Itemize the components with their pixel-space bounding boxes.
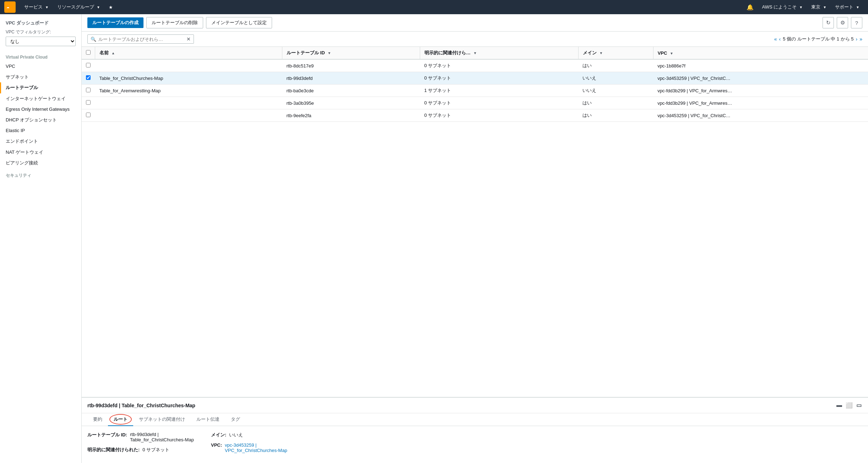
data-table-wrapper: 名前 ▲ ルートテーブル ID ▼ 明示的に関連付けら… ▼ (82, 47, 868, 397)
col-header-explicitly-associated[interactable]: 明示的に関連付けら… ▼ (420, 47, 579, 59)
pagination-info: « ‹ 5 個の ルートテーブル 中 1 から 5 › » (774, 36, 862, 42)
row-2-associated: 0 サブネット (420, 72, 579, 85)
detail-icon-close[interactable]: ▭ (856, 401, 862, 409)
explicit-assoc-label: 明示的に関連付けられた: (87, 447, 140, 453)
delete-route-table-button[interactable]: ルートテーブルの削除 (146, 17, 203, 28)
resource-groups-chevron: ▼ (97, 5, 100, 9)
sidebar: VPC ダッシュボード VPC でフィルタリング: なし Virtual Pri… (0, 14, 82, 463)
rtid-label: ルートテーブル ID: (87, 432, 127, 438)
row-5-checkbox-cell[interactable] (82, 109, 95, 122)
col-header-route-table-id[interactable]: ルートテーブル ID ▼ (282, 47, 420, 59)
pagination-last[interactable]: » (859, 36, 862, 42)
set-main-table-button[interactable]: メインテーブルとして設定 (206, 17, 272, 28)
row-5-checkbox[interactable] (86, 113, 91, 117)
sidebar-item-egress-only[interactable]: Egress Only Internet Gateways (0, 104, 81, 115)
detail-field-vpc: VPC: vpc-3d453259 |VPC_for_ChristChurche… (211, 442, 318, 453)
rtid-sort-icon: ▼ (327, 51, 331, 55)
row-4-checkbox[interactable] (86, 100, 91, 105)
row-4-checkbox-cell[interactable] (82, 97, 95, 109)
nav-bookmark[interactable]: ★ (104, 0, 117, 14)
name-sort-icon: ▲ (112, 51, 115, 55)
nav-support[interactable]: サポート ▼ (831, 0, 864, 14)
main-content: ルートテーブルの作成 ルートテーブルの削除 メインテーブルとして設定 ↻ ⚙ ?… (82, 14, 868, 463)
sidebar-filter-select[interactable]: なし (6, 37, 76, 46)
sidebar-item-route-table[interactable]: ルートテーブル (0, 82, 81, 93)
pagination-next[interactable]: › (856, 36, 858, 42)
sidebar-group-security-title: セキュリティ (0, 168, 81, 180)
table-row[interactable]: Table_for_Aremwrestling-Map rtb-ba0e3cde… (82, 85, 868, 97)
toolbar: ルートテーブルの作成 ルートテーブルの削除 メインテーブルとして設定 ↻ ⚙ ? (82, 14, 868, 32)
main-value: いいえ (229, 432, 243, 438)
col-header-vpc[interactable]: VPC ▼ (653, 47, 868, 59)
row-5-vpc: vpc-3d453259 | VPC_for_ChristC… (653, 109, 868, 122)
detail-body: ルートテーブル ID: rtb-99d3defd |Table_for_Chri… (82, 426, 868, 463)
sidebar-item-peering[interactable]: ピアリング接続 (0, 158, 81, 168)
detail-title: rtb-99d3defd | Table_for_ChristChurches-… (87, 403, 195, 408)
settings-button[interactable]: ⚙ (837, 17, 848, 28)
tab-summary[interactable]: 要約 (87, 413, 108, 426)
nav-region[interactable]: 東京 ▼ (807, 0, 831, 14)
search-input[interactable] (98, 37, 184, 42)
search-clear-button[interactable]: ✕ (186, 36, 191, 42)
row-1-associated: 0 サブネット (420, 59, 579, 72)
table-row[interactable]: rtb-8dc517e9 0 サブネット はい vpc-1b886e7f (82, 59, 868, 72)
row-1-checkbox[interactable] (86, 63, 91, 67)
row-3-vpc: vpc-fdd3b299 | VPC_for_Armwres… (653, 85, 868, 97)
row-3-checkbox[interactable] (86, 88, 91, 92)
table-row[interactable]: Table_for_ChristChurches-Map rtb-99d3def… (82, 72, 868, 85)
sidebar-item-elastic-ip[interactable]: Elastic IP (0, 125, 81, 136)
row-3-checkbox-cell[interactable] (82, 85, 95, 97)
row-2-name: Table_for_ChristChurches-Map (95, 72, 282, 85)
select-all-checkbox[interactable] (86, 50, 91, 55)
table-row[interactable]: rtb-3a0b395e 0 サブネット はい vpc-fdd3b299 | V… (82, 97, 868, 109)
row-2-rtid: rtb-99d3defd (282, 72, 420, 85)
notification-bell[interactable]: 🔔 (742, 0, 758, 14)
sidebar-item-endpoint[interactable]: エンドポイント (0, 136, 81, 147)
row-1-checkbox-cell[interactable] (82, 59, 95, 72)
table-header-row: 名前 ▲ ルートテーブル ID ▼ 明示的に関連付けら… ▼ (82, 47, 868, 59)
tab-subnet-assoc[interactable]: サブネットの関連付け (133, 413, 191, 426)
row-1-name (95, 59, 282, 72)
vpc-link[interactable]: vpc-3d453259 |VPC_for_ChristChurches-Map (225, 442, 287, 453)
tab-tags[interactable]: タグ (225, 413, 246, 426)
aws-logo[interactable]: ☁ (4, 1, 16, 13)
nav-services[interactable]: サービス ▼ (20, 0, 53, 14)
services-chevron: ▼ (45, 5, 49, 9)
refresh-button[interactable]: ↻ (823, 17, 834, 28)
row-5-rtid: rtb-9eefe2fa (282, 109, 420, 122)
col-header-main[interactable]: メイン ▼ (578, 47, 653, 59)
main-sort-icon: ▼ (600, 51, 603, 55)
sidebar-collapse-button[interactable]: ‹ (81, 232, 82, 246)
detail-icon-expand[interactable]: ⬜ (845, 401, 853, 409)
row-1-main: はい (578, 59, 653, 72)
row-2-vpc: vpc-3d453259 | VPC_for_ChristC… (653, 72, 868, 85)
row-2-checkbox-cell[interactable] (82, 72, 95, 85)
detail-icon-collapse[interactable]: ▬ (836, 401, 843, 409)
tab-routes[interactable]: ルート (108, 413, 133, 426)
table-row[interactable]: rtb-9eefe2fa 0 サブネット はい vpc-3d453259 | V… (82, 109, 868, 122)
row-2-checkbox[interactable] (86, 75, 91, 80)
search-icon: 🔍 (91, 37, 96, 42)
row-3-main: いいえ (578, 85, 653, 97)
row-1-vpc: vpc-1b886e7f (653, 59, 868, 72)
help-button[interactable]: ? (851, 17, 862, 28)
create-route-table-button[interactable]: ルートテーブルの作成 (87, 17, 143, 28)
explicit-assoc-value: 0 サブネット (142, 447, 169, 453)
tab-route-propagation[interactable]: ルート伝達 (191, 413, 225, 426)
sidebar-item-dhcp[interactable]: DHCP オプションセット (0, 115, 81, 125)
main-label: メイン: (211, 432, 226, 438)
pagination-prev[interactable]: ‹ (779, 36, 781, 42)
sidebar-item-subnet[interactable]: サブネット (0, 72, 81, 82)
region-chevron: ▼ (823, 5, 826, 9)
row-4-vpc: vpc-fdd3b299 | VPC_for_Armwres… (653, 97, 868, 109)
nav-aws-welcome[interactable]: AWS にようこそ ▼ (758, 0, 807, 14)
detail-header: rtb-99d3defd | Table_for_ChristChurches-… (82, 398, 868, 413)
select-all-header[interactable] (82, 47, 95, 59)
nav-resource-groups[interactable]: リソースグループ ▼ (53, 0, 104, 14)
support-chevron: ▼ (856, 5, 859, 9)
sidebar-item-internet-gateway[interactable]: インターネットゲートウェイ (0, 93, 81, 104)
sidebar-item-nat-gateway[interactable]: NAT ゲートウェイ (0, 147, 81, 158)
sidebar-item-vpc[interactable]: VPC (0, 61, 81, 72)
pagination-first[interactable]: « (774, 36, 777, 42)
col-header-name[interactable]: 名前 ▲ (95, 47, 282, 59)
